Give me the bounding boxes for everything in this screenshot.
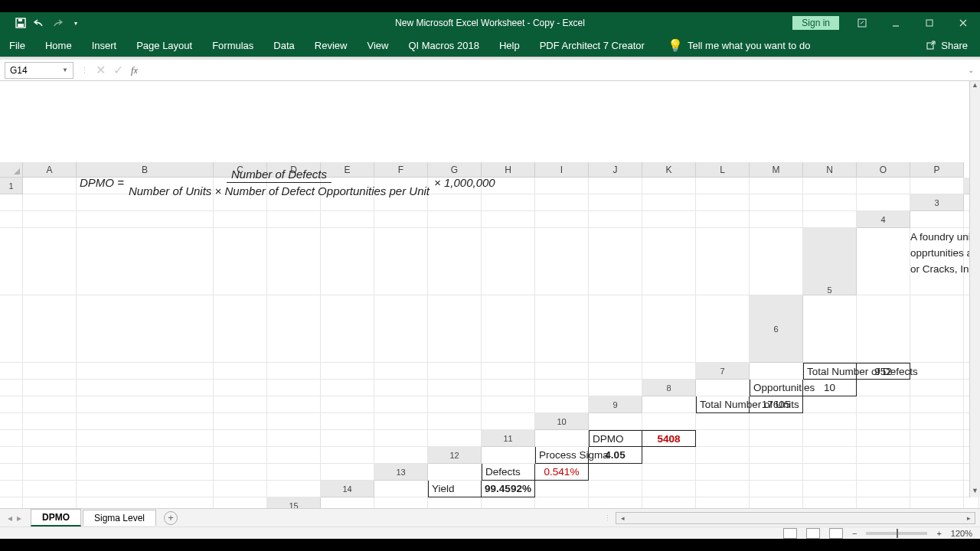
row-header[interactable]: 6 [750, 295, 803, 363]
vertical-scrollbar[interactable]: ▲ ▼ [969, 81, 980, 497]
cell-sigma-value[interactable]: 4.05 [589, 447, 642, 464]
cell-label[interactable]: Process Sigma [535, 447, 589, 464]
row-header[interactable]: 7 [696, 363, 750, 380]
cell-label[interactable]: Total Number of Defects [803, 363, 857, 380]
row-header[interactable]: 10 [535, 413, 589, 430]
row-header[interactable]: 9 [589, 396, 642, 413]
chevron-down-icon[interactable]: ▼ [62, 67, 68, 73]
col-header[interactable]: J [589, 162, 642, 178]
col-header[interactable]: L [696, 162, 750, 178]
select-all-corner[interactable] [0, 162, 23, 178]
expand-formula-bar-icon[interactable]: ⌄ [968, 66, 980, 74]
scroll-left-icon[interactable]: ◂ [616, 514, 629, 522]
row-header[interactable]: 4 [857, 211, 910, 228]
row-header[interactable]: 12 [428, 447, 482, 464]
page-layout-view-button[interactable] [806, 528, 820, 539]
status-bar: − + 120% [0, 527, 980, 539]
redo-icon[interactable] [51, 16, 64, 30]
tab-file[interactable]: File [6, 37, 28, 54]
share-button[interactable]: Share [926, 40, 974, 51]
row-header[interactable]: 1 [0, 178, 23, 194]
scroll-up-icon[interactable]: ▲ [970, 81, 980, 92]
col-header[interactable]: K [642, 162, 696, 178]
name-box[interactable]: G14 ▼ [5, 62, 74, 79]
dpmo-formula: DPMO = Number of Defects Number of Units… [80, 168, 495, 197]
sign-in-button[interactable]: Sign in [792, 16, 839, 30]
row-header[interactable]: 11 [482, 430, 535, 447]
col-header[interactable]: A [23, 162, 77, 178]
normal-view-button[interactable] [783, 528, 797, 539]
cancel-formula-icon[interactable]: ✕ [96, 63, 106, 77]
col-header[interactable]: P [910, 162, 964, 178]
maximize-button[interactable] [913, 12, 946, 34]
enter-formula-icon[interactable]: ✓ [113, 63, 123, 77]
sheet-tab-dpmo[interactable]: DPMO [31, 509, 81, 527]
col-header[interactable]: I [535, 162, 589, 178]
sheet-tab-bar: ◂ ▸ DPMO Sigma Level + ⋮ ◂ ▸ [0, 508, 980, 527]
spreadsheet-grid[interactable]: A B C D E F G H I J K L M N O P DPMO = N… [0, 162, 980, 551]
tab-help[interactable]: Help [496, 37, 523, 54]
svg-rect-1 [18, 24, 24, 27]
zoom-in-button[interactable]: + [936, 529, 941, 538]
tab-pdf-architect[interactable]: PDF Architect 7 Creator [537, 37, 648, 54]
add-sheet-button[interactable]: + [164, 511, 178, 525]
close-button[interactable] [946, 12, 980, 34]
tab-home[interactable]: Home [42, 37, 75, 54]
titlebar: ▾ New Microsoft Excel Worksheet - Copy -… [0, 12, 980, 34]
row-header[interactable]: 3 [910, 194, 964, 211]
page-break-view-button[interactable] [829, 528, 843, 539]
cell-label[interactable]: Defects [482, 464, 535, 481]
zoom-level[interactable]: 120% [951, 529, 972, 538]
minimize-button[interactable] [879, 12, 913, 34]
zoom-slider[interactable] [866, 532, 927, 535]
row-header[interactable]: 8 [642, 380, 696, 396]
zoom-out-button[interactable]: − [852, 529, 857, 538]
prev-sheet-icon[interactable]: ◂ [8, 513, 12, 523]
cell-label[interactable]: DPMO [589, 430, 642, 447]
next-sheet-icon[interactable]: ▸ [17, 513, 21, 523]
cell-dpmo-value[interactable]: 5408 [642, 430, 696, 447]
tell-me-search[interactable]: 💡 Tell me what you want to do [668, 38, 810, 53]
ribbon: File Home Insert Page Layout Formulas Da… [0, 34, 980, 57]
scroll-right-icon[interactable]: ▸ [962, 514, 975, 522]
svg-rect-5 [926, 20, 933, 26]
document-title: New Microsoft Excel Worksheet - Copy - E… [395, 18, 585, 28]
row-header[interactable]: 13 [374, 464, 428, 481]
tab-page-layout[interactable]: Page Layout [133, 37, 195, 54]
share-icon [926, 40, 936, 51]
formula-input[interactable] [142, 62, 963, 79]
col-header[interactable]: M [750, 162, 803, 178]
tab-qimacros[interactable]: QI Macros 2018 [405, 37, 482, 54]
col-header[interactable]: N [803, 162, 857, 178]
cell-label[interactable]: Total Number of Units [696, 396, 750, 413]
row-header[interactable]: 14 [321, 481, 374, 497]
horizontal-scrollbar[interactable]: ◂ ▸ [616, 512, 975, 524]
tab-insert[interactable]: Insert [89, 37, 120, 54]
tab-data[interactable]: Data [270, 37, 297, 54]
cell-value[interactable]: 952 [857, 363, 910, 380]
qat-customize-icon[interactable]: ▾ [69, 16, 83, 30]
cell-defects-value[interactable]: 0.541% [535, 464, 589, 481]
formula-bar: G14 ▼ ⋮ ✕ ✓ fx ⌄ [0, 60, 980, 81]
row-header[interactable]: 5 [803, 228, 857, 295]
scroll-down-icon[interactable]: ▼ [970, 487, 980, 497]
ribbon-options-icon[interactable] [845, 12, 879, 34]
undo-icon[interactable] [32, 16, 46, 30]
cell-value[interactable]: 17605 [750, 396, 803, 413]
svg-rect-2 [18, 19, 22, 21]
cell-label[interactable]: Opportunities [750, 380, 803, 396]
cell-yield-value[interactable]: 99.4592% [482, 481, 535, 497]
fx-icon[interactable]: fx [131, 64, 138, 77]
save-icon[interactable] [14, 16, 28, 30]
cell-label[interactable]: Yield [428, 481, 482, 497]
lightbulb-icon: 💡 [668, 38, 683, 53]
col-header[interactable]: O [857, 162, 910, 178]
cell-value[interactable]: 10 [803, 380, 857, 396]
sheet-tab-sigma-level[interactable]: Sigma Level [83, 510, 156, 526]
tab-formulas[interactable]: Formulas [209, 37, 256, 54]
tab-review[interactable]: Review [312, 37, 351, 54]
tab-view[interactable]: View [364, 37, 391, 54]
